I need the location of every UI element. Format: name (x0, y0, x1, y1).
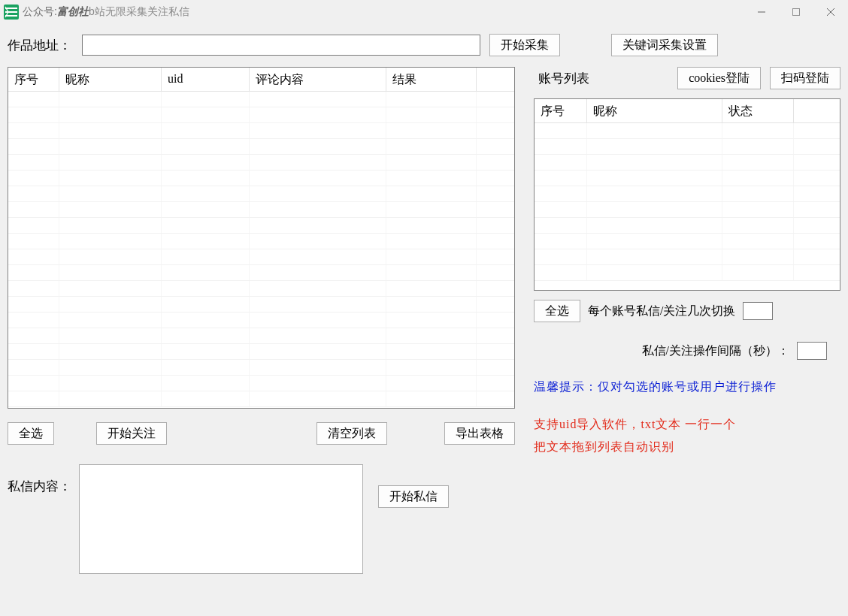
tip-blue: 温馨提示：仅对勾选的账号或用户进行操作 (534, 379, 840, 395)
select-all-button[interactable]: 全选 (8, 422, 54, 445)
table-row[interactable] (8, 123, 514, 139)
keyword-settings-button[interactable]: 关键词采集设置 (611, 34, 718, 56)
table-row[interactable] (8, 313, 514, 328)
close-button[interactable] (813, 0, 848, 23)
comments-col-blank (477, 68, 514, 92)
pm-textarea[interactable] (79, 464, 363, 574)
accounts-select-all-button[interactable]: 全选 (534, 300, 580, 322)
pm-label: 私信内容： (8, 478, 71, 495)
export-table-button[interactable]: 导出表格 (444, 422, 515, 445)
maximize-button[interactable] (779, 0, 813, 23)
table-row[interactable] (8, 139, 514, 155)
table-row[interactable] (8, 249, 514, 265)
table-row[interactable] (535, 123, 840, 139)
table-row[interactable] (535, 218, 840, 234)
table-row[interactable] (8, 391, 514, 407)
account-list-label: 账号列表 (538, 70, 589, 87)
table-row[interactable] (535, 139, 840, 155)
table-row[interactable] (8, 234, 514, 249)
table-row[interactable] (8, 107, 514, 123)
comments-col-uid[interactable]: uid (162, 68, 250, 92)
table-row[interactable] (8, 202, 514, 218)
accounts-col-index[interactable]: 序号 (535, 99, 587, 123)
table-row[interactable] (8, 376, 514, 391)
svg-rect-2 (793, 8, 800, 15)
table-row[interactable] (8, 360, 514, 376)
table-row[interactable] (8, 186, 514, 202)
app-window: 公众号:富创社b站无限采集关注私信 作品地址： 开始采集 关键词采集设置 (0, 0, 848, 616)
app-icon (3, 4, 20, 20)
table-row[interactable] (8, 281, 514, 297)
table-row[interactable] (535, 202, 840, 218)
table-row[interactable] (535, 186, 840, 202)
start-pm-button[interactable]: 开始私信 (378, 485, 449, 508)
table-row[interactable] (535, 265, 840, 281)
table-row[interactable] (8, 92, 514, 107)
accounts-col-nickname[interactable]: 昵称 (587, 99, 722, 123)
interval-label: 私信/关注操作间隔（秒）： (642, 343, 789, 359)
titlebar: 公众号:富创社b站无限采集关注私信 (0, 0, 848, 23)
tip-red: 支持uid导入软件，txt文本 一行一个 把文本拖到列表自动识别 (534, 413, 840, 458)
table-row[interactable] (8, 328, 514, 344)
interval-input[interactable] (797, 342, 827, 360)
accounts-col-blank (794, 99, 840, 123)
url-label: 作品地址： (8, 37, 71, 54)
switch-label: 每个账号私信/关注几次切换 (588, 303, 735, 319)
start-collect-button[interactable]: 开始采集 (489, 34, 560, 56)
client-area: 作品地址： 开始采集 关键词采集设置 序号 昵称 uid 评论内容 结果 (0, 23, 848, 616)
tip-red-line1: 支持uid导入软件，txt文本 一行一个 (534, 413, 840, 436)
table-row[interactable] (8, 344, 514, 360)
table-row[interactable] (8, 171, 514, 186)
table-row[interactable] (8, 155, 514, 171)
start-follow-button[interactable]: 开始关注 (96, 422, 167, 445)
tip-red-line2: 把文本拖到列表自动识别 (534, 436, 840, 458)
comments-col-content[interactable]: 评论内容 (250, 68, 386, 92)
window-title: 公众号:富创社b站无限采集关注私信 (23, 5, 189, 19)
minimize-button[interactable] (744, 0, 779, 23)
table-row[interactable] (535, 171, 840, 186)
table-row[interactable] (535, 155, 840, 171)
table-row[interactable] (535, 234, 840, 249)
comments-listview[interactable]: 序号 昵称 uid 评论内容 结果 (8, 67, 515, 409)
table-row[interactable] (8, 218, 514, 234)
accounts-col-status[interactable]: 状态 (722, 99, 794, 123)
comments-col-nickname[interactable]: 昵称 (59, 68, 162, 92)
comments-col-index[interactable]: 序号 (8, 68, 59, 92)
table-row[interactable] (8, 297, 514, 313)
clear-list-button[interactable]: 清空列表 (316, 422, 387, 445)
url-input[interactable] (82, 35, 480, 56)
comments-col-result[interactable]: 结果 (386, 68, 477, 92)
table-row[interactable] (8, 265, 514, 281)
table-row[interactable] (535, 249, 840, 265)
scan-login-button[interactable]: 扫码登陆 (770, 67, 840, 89)
cookies-login-button[interactable]: cookies登陆 (677, 67, 761, 89)
accounts-listview[interactable]: 序号 昵称 状态 (534, 98, 840, 291)
switch-input[interactable] (743, 302, 773, 320)
